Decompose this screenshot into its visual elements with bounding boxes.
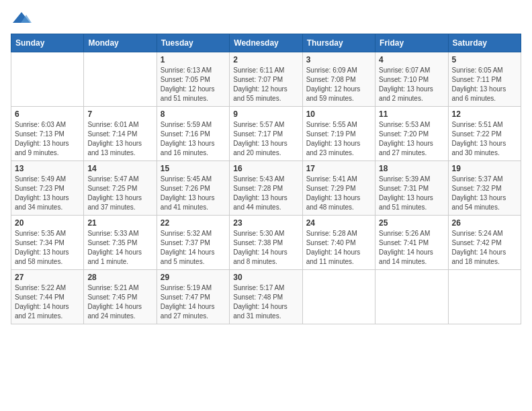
day-info: Sunrise: 6:09 AMSunset: 7:08 PMDaylight:…	[306, 66, 371, 103]
calendar-cell	[375, 270, 448, 324]
day-info: Sunrise: 5:17 AMSunset: 7:48 PMDaylight:…	[233, 283, 298, 321]
day-info: Sunrise: 5:22 AMSunset: 7:44 PMDaylight:…	[15, 283, 80, 321]
day-info: Sunrise: 5:28 AMSunset: 7:40 PMDaylight:…	[306, 229, 371, 267]
calendar-cell: 14Sunrise: 5:47 AMSunset: 7:25 PMDayligh…	[84, 161, 157, 216]
day-number: 12	[452, 109, 517, 119]
calendar-cell: 9Sunrise: 5:57 AMSunset: 7:17 PMDaylight…	[230, 107, 302, 161]
day-number: 2	[233, 55, 298, 64]
day-number: 23	[233, 218, 298, 228]
calendar-cell: 5Sunrise: 6:05 AMSunset: 7:11 PMDaylight…	[448, 52, 521, 107]
calendar-cell: 30Sunrise: 5:17 AMSunset: 7:48 PMDayligh…	[230, 270, 302, 324]
calendar-cell: 20Sunrise: 5:35 AMSunset: 7:34 PMDayligh…	[11, 216, 84, 270]
day-number: 22	[161, 218, 226, 228]
calendar-body: 1Sunrise: 6:13 AMSunset: 7:05 PMDaylight…	[11, 52, 521, 324]
calendar-week-1: 1Sunrise: 6:13 AMSunset: 7:05 PMDaylight…	[11, 52, 521, 107]
calendar-cell: 12Sunrise: 5:51 AMSunset: 7:22 PMDayligh…	[448, 107, 521, 161]
day-info: Sunrise: 6:05 AMSunset: 7:11 PMDaylight:…	[452, 66, 517, 103]
day-info: Sunrise: 5:32 AMSunset: 7:37 PMDaylight:…	[161, 229, 226, 267]
day-info: Sunrise: 5:55 AMSunset: 7:19 PMDaylight:…	[306, 120, 371, 158]
day-info: Sunrise: 5:57 AMSunset: 7:17 PMDaylight:…	[233, 120, 298, 158]
day-info: Sunrise: 5:39 AMSunset: 7:31 PMDaylight:…	[379, 175, 444, 212]
calendar-cell: 1Sunrise: 6:13 AMSunset: 7:05 PMDaylight…	[157, 52, 229, 107]
day-info: Sunrise: 6:11 AMSunset: 7:07 PMDaylight:…	[233, 66, 298, 103]
day-number: 10	[306, 109, 371, 119]
day-info: Sunrise: 5:21 AMSunset: 7:45 PMDaylight:…	[87, 283, 152, 321]
calendar-cell: 18Sunrise: 5:39 AMSunset: 7:31 PMDayligh…	[375, 161, 448, 216]
calendar-cell: 25Sunrise: 5:26 AMSunset: 7:41 PMDayligh…	[375, 216, 448, 270]
calendar-week-2: 6Sunrise: 6:03 AMSunset: 7:13 PMDaylight…	[11, 107, 521, 161]
day-number: 9	[233, 109, 298, 119]
page-header	[11, 11, 521, 26]
calendar-cell: 21Sunrise: 5:33 AMSunset: 7:35 PMDayligh…	[84, 216, 157, 270]
calendar-cell: 13Sunrise: 5:49 AMSunset: 7:23 PMDayligh…	[11, 161, 84, 216]
calendar-week-5: 27Sunrise: 5:22 AMSunset: 7:44 PMDayligh…	[11, 270, 521, 324]
day-number: 29	[161, 273, 226, 282]
day-number: 5	[452, 55, 517, 64]
day-info: Sunrise: 5:45 AMSunset: 7:26 PMDaylight:…	[161, 175, 226, 212]
day-info: Sunrise: 5:43 AMSunset: 7:28 PMDaylight:…	[233, 175, 298, 212]
calendar-table: SundayMondayTuesdayWednesdayThursdayFrid…	[11, 34, 521, 324]
day-info: Sunrise: 5:59 AMSunset: 7:16 PMDaylight:…	[161, 120, 226, 158]
day-info: Sunrise: 5:51 AMSunset: 7:22 PMDaylight:…	[452, 120, 517, 158]
calendar-cell: 24Sunrise: 5:28 AMSunset: 7:40 PMDayligh…	[302, 216, 375, 270]
calendar-cell: 7Sunrise: 6:01 AMSunset: 7:14 PMDaylight…	[84, 107, 157, 161]
day-info: Sunrise: 5:33 AMSunset: 7:35 PMDaylight:…	[87, 229, 152, 267]
day-number: 26	[452, 218, 517, 228]
calendar-cell: 16Sunrise: 5:43 AMSunset: 7:28 PMDayligh…	[230, 161, 302, 216]
day-number: 6	[15, 109, 80, 119]
day-info: Sunrise: 6:01 AMSunset: 7:14 PMDaylight:…	[87, 120, 152, 158]
weekday-wednesday: Wednesday	[230, 34, 302, 52]
day-number: 3	[306, 55, 371, 64]
day-number: 20	[15, 218, 80, 228]
day-number: 25	[379, 218, 444, 228]
day-number: 15	[161, 164, 226, 173]
day-number: 7	[87, 109, 152, 119]
calendar-cell	[11, 52, 84, 107]
calendar-cell: 2Sunrise: 6:11 AMSunset: 7:07 PMDaylight…	[230, 52, 302, 107]
calendar-cell: 6Sunrise: 6:03 AMSunset: 7:13 PMDaylight…	[11, 107, 84, 161]
calendar-cell: 17Sunrise: 5:41 AMSunset: 7:29 PMDayligh…	[302, 161, 375, 216]
calendar-cell: 23Sunrise: 5:30 AMSunset: 7:38 PMDayligh…	[230, 216, 302, 270]
logo-icon	[11, 11, 32, 26]
day-number: 18	[379, 164, 444, 173]
day-info: Sunrise: 5:26 AMSunset: 7:41 PMDaylight:…	[379, 229, 444, 267]
day-number: 19	[452, 164, 517, 173]
weekday-saturday: Saturday	[448, 34, 521, 52]
calendar-cell: 22Sunrise: 5:32 AMSunset: 7:37 PMDayligh…	[157, 216, 229, 270]
calendar-cell: 11Sunrise: 5:53 AMSunset: 7:20 PMDayligh…	[375, 107, 448, 161]
day-info: Sunrise: 5:19 AMSunset: 7:47 PMDaylight:…	[161, 283, 226, 321]
day-number: 11	[379, 109, 444, 119]
weekday-tuesday: Tuesday	[157, 34, 229, 52]
day-number: 24	[306, 218, 371, 228]
day-info: Sunrise: 5:30 AMSunset: 7:38 PMDaylight:…	[233, 229, 298, 267]
day-info: Sunrise: 6:07 AMSunset: 7:10 PMDaylight:…	[379, 66, 444, 103]
weekday-friday: Friday	[375, 34, 448, 52]
calendar-cell: 8Sunrise: 5:59 AMSunset: 7:16 PMDaylight…	[157, 107, 229, 161]
day-info: Sunrise: 5:37 AMSunset: 7:32 PMDaylight:…	[452, 175, 517, 212]
day-number: 8	[161, 109, 226, 119]
day-info: Sunrise: 6:03 AMSunset: 7:13 PMDaylight:…	[15, 120, 80, 158]
calendar-cell: 15Sunrise: 5:45 AMSunset: 7:26 PMDayligh…	[157, 161, 229, 216]
day-number: 16	[233, 164, 298, 173]
calendar-cell: 26Sunrise: 5:24 AMSunset: 7:42 PMDayligh…	[448, 216, 521, 270]
day-number: 27	[15, 273, 80, 282]
weekday-monday: Monday	[84, 34, 157, 52]
calendar-cell: 19Sunrise: 5:37 AMSunset: 7:32 PMDayligh…	[448, 161, 521, 216]
calendar-week-3: 13Sunrise: 5:49 AMSunset: 7:23 PMDayligh…	[11, 161, 521, 216]
calendar-cell	[302, 270, 375, 324]
calendar-cell: 10Sunrise: 5:55 AMSunset: 7:19 PMDayligh…	[302, 107, 375, 161]
day-info: Sunrise: 5:49 AMSunset: 7:23 PMDaylight:…	[15, 175, 80, 212]
day-info: Sunrise: 6:13 AMSunset: 7:05 PMDaylight:…	[161, 66, 226, 103]
calendar-cell: 27Sunrise: 5:22 AMSunset: 7:44 PMDayligh…	[11, 270, 84, 324]
calendar-cell: 28Sunrise: 5:21 AMSunset: 7:45 PMDayligh…	[84, 270, 157, 324]
day-info: Sunrise: 5:47 AMSunset: 7:25 PMDaylight:…	[87, 175, 152, 212]
day-number: 14	[87, 164, 152, 173]
day-number: 28	[87, 273, 152, 282]
day-info: Sunrise: 5:35 AMSunset: 7:34 PMDaylight:…	[15, 229, 80, 267]
day-number: 17	[306, 164, 371, 173]
calendar-cell: 4Sunrise: 6:07 AMSunset: 7:10 PMDaylight…	[375, 52, 448, 107]
weekday-header-row: SundayMondayTuesdayWednesdayThursdayFrid…	[11, 34, 521, 52]
day-number: 4	[379, 55, 444, 64]
weekday-sunday: Sunday	[11, 34, 84, 52]
day-number: 21	[87, 218, 152, 228]
